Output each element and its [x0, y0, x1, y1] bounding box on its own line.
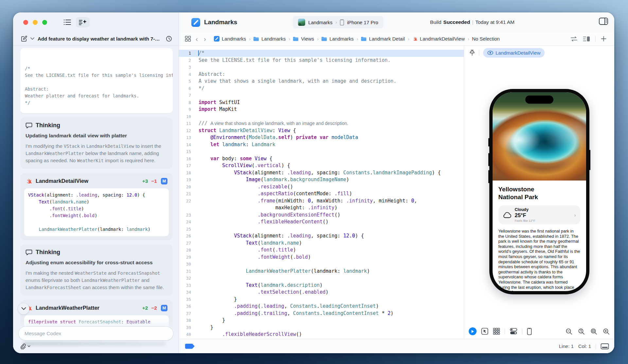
code-token: Constants [293, 310, 320, 316]
chat-transcript[interactable]: /*See the LICENSE.txt file for this samp… [13, 45, 179, 353]
breadcrumb-item[interactable]: Views› [293, 36, 319, 42]
source-editor[interactable]: 1/*2See the LICENSE.txt file for this sa… [179, 46, 464, 339]
codex-sparkle-icon[interactable] [76, 17, 90, 27]
minimap-icon[interactable] [583, 36, 590, 42]
minimize-window-button[interactable] [33, 20, 38, 25]
code-token: Abstract: [25, 86, 49, 92]
zoom-in-icon[interactable] [603, 328, 610, 335]
editor-line: 9import MapKit [179, 106, 464, 113]
code-token: ) [81, 206, 84, 211]
selectable-mode-icon[interactable] [481, 328, 488, 335]
xcode-project-icon [191, 18, 200, 27]
editor-line: 39 } [179, 324, 464, 331]
breakpoint-tag-icon[interactable] [185, 344, 195, 349]
editor-line: 21 .aspectRatio(contentMode: .fill) [179, 190, 464, 198]
code-token: .bold [293, 254, 308, 260]
code-token: (landmark: [311, 268, 343, 274]
weather-platter[interactable]: Cloudy 25°F Feels like 12°F › [498, 205, 580, 224]
code-token: landmark [264, 177, 287, 182]
breadcrumb-item[interactable]: No Selection [472, 36, 500, 42]
scheme-separator: › [336, 20, 337, 25]
activity-view[interactable]: Build Succeeded | Today at 9:41 AM [430, 12, 515, 32]
dock-keyboard-icon[interactable] [601, 343, 609, 350]
zoom-fit-icon[interactable] [590, 328, 597, 335]
line-number: 13 [179, 134, 195, 141]
code-review-icon[interactable] [570, 36, 578, 42]
line-number: 21 [179, 190, 195, 198]
code-token: ) { [281, 163, 290, 168]
new-chat-icon[interactable] [21, 36, 27, 42]
code-token: .flexibleHeaderScrollView [222, 331, 296, 337]
code-token: ) [148, 227, 150, 232]
editor-line: 15 [179, 148, 464, 155]
live-preview-button[interactable] [469, 327, 477, 335]
close-window-button[interactable] [23, 20, 28, 25]
code-token: landmarkImagePadding [373, 170, 432, 176]
code-token [216, 128, 219, 133]
breadcrumb-separator: › [317, 36, 319, 42]
breadcrumb-item[interactable]: LandmarkDetailView› [412, 36, 469, 42]
inspector-toggle-icon[interactable] [599, 17, 608, 26]
breadcrumb-label: Views [301, 36, 314, 42]
code-token: , maxWidth: [311, 198, 346, 204]
code-token: ( [258, 303, 261, 309]
weather-feels-like: Feels like 12°F [515, 219, 535, 222]
code-token: /// [199, 120, 210, 126]
pin-icon[interactable] [469, 49, 475, 56]
preview-tab-label: LandmarkDetailView [496, 50, 540, 56]
code-token: ( [78, 213, 81, 218]
history-clock-icon[interactable] [166, 36, 172, 42]
go-back-button[interactable]: ‹ [194, 35, 199, 42]
line-number: 14 [179, 141, 195, 148]
chat-session-header[interactable]: Add feature to display weather at landma… [13, 32, 179, 45]
lines-added: +3 [142, 178, 148, 184]
thinking-heading: Adjusting enum accessibility for cross-s… [26, 260, 167, 266]
code-text: See the LICENSE.txt file for this sample… [195, 57, 391, 64]
line-number: 29 [179, 254, 195, 261]
code-token [199, 282, 246, 288]
diff-code-block: VStack(alignment: .leading, spacing: 12.… [24, 188, 169, 236]
breadcrumb-item[interactable]: Landmark Detail› [361, 36, 409, 42]
code-token: { [290, 128, 296, 133]
code-token: ( [252, 163, 255, 168]
preview-tab[interactable]: LandmarkDetailView [483, 48, 545, 58]
zoom-100-icon[interactable] [578, 328, 585, 335]
expand-code-button[interactable] [18, 303, 29, 315]
code-token: ) [290, 134, 296, 140]
attach-chevron-icon[interactable] [27, 345, 30, 347]
code-text: VStack(alignment: .leading, spacing: Con… [195, 169, 441, 177]
code-token: A view that shows a single landmark, wit… [199, 78, 396, 84]
code-token: .trailing [261, 310, 287, 316]
breadcrumb-item[interactable]: Landmarks› [214, 36, 251, 42]
go-forward-button[interactable]: › [202, 35, 207, 42]
main-area: Landmarks Landmarks › iPhone 17 Pro Buil… [179, 12, 614, 353]
breadcrumb-separator: › [468, 36, 469, 42]
zoom-window-button[interactable] [42, 20, 47, 25]
run-destination[interactable]: iPhone 17 Pro [347, 20, 378, 25]
breadcrumb-item[interactable]: Landmarks› [253, 36, 290, 42]
file-name: LandmarkWeatherPlatter [36, 305, 139, 311]
device-settings-icon[interactable] [510, 328, 517, 335]
line-number: 17 [179, 162, 195, 169]
line-number: 27 [179, 240, 195, 247]
code-token: .title [275, 247, 293, 253]
attach-paperclip-icon[interactable] [20, 343, 26, 349]
variants-grid-icon[interactable] [493, 328, 500, 335]
chevron-down-icon[interactable] [30, 37, 34, 40]
add-editor-icon[interactable] [601, 36, 606, 42]
related-items-icon[interactable] [185, 36, 191, 42]
scheme-selector[interactable]: Landmarks › iPhone 17 Pro [293, 16, 383, 28]
build-result: Succeeded [443, 19, 470, 25]
zoom-out-icon[interactable] [566, 328, 572, 335]
line-number: 25 [179, 226, 195, 233]
chat-list-icon[interactable] [63, 19, 71, 26]
message-input[interactable]: Message Codex [18, 326, 173, 340]
code-text: A view that shows a single landmark, wit… [195, 78, 396, 85]
editor-line: 13 @Environment(ModelData.self) private … [179, 134, 464, 141]
code-token: . [284, 282, 287, 288]
chat-title: Add feature to display weather at landma… [38, 36, 163, 42]
scheme-name[interactable]: Landmarks [308, 20, 332, 25]
editor-line: 19 Image(landmark.backgroundImageName) [179, 176, 464, 183]
preview-device-icon[interactable] [527, 328, 532, 335]
breadcrumb-item[interactable]: Landmarks› [321, 36, 358, 42]
